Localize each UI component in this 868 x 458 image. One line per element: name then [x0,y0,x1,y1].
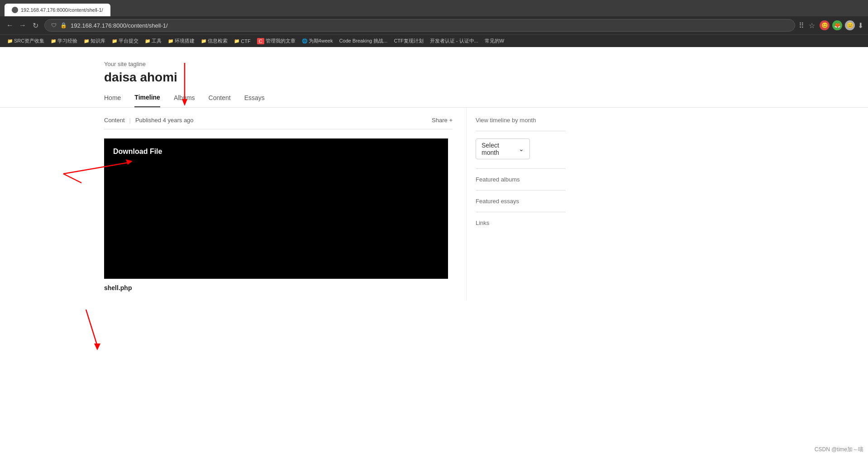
sidebar: View timeline by month Select month ⌄ Fe… [466,108,575,301]
bookmark-xuexi[interactable]: 📁 学习经验 [48,37,80,45]
bookmarks-bar: 📁 SRC资产收集 📁 学习经验 📁 知识库 📁 平台提交 📁 工具 📁 环境搭… [0,34,868,47]
address-bar: ← → ↻ 🛡 🔒 192.168.47.176:8000/content/sh… [0,16,868,34]
lock-icon: 🔒 [60,22,67,29]
bookmark-folder-icon: 📁 [51,38,56,43]
bookmark-ctf-review[interactable]: CTF复现计划 [391,37,426,45]
sidebar-divider-2 [476,168,566,169]
browser-chrome: 192.168.47.176:8000/content/shell-1/ ← →… [0,0,868,47]
main-layout: Content | Published 4 years ago Share + … [0,108,868,301]
bookmark-week[interactable]: 🌐 为期4week [299,37,336,45]
nav-buttons: ← → ↻ [5,20,41,31]
bookmark-ctf[interactable]: 📁 CTF [231,38,253,45]
bookmark-tool[interactable]: 📁 工具 [142,37,164,45]
svg-marker-6 [94,344,100,350]
bookmark-dev-cert[interactable]: 开发者认证 - 认证中... [427,37,481,45]
site-header: Your site tagline daisa ahomi Home Timel… [0,47,868,108]
bookmark-label: CTF [241,38,250,44]
chevron-down-icon: ⌄ [519,145,524,153]
nav-content[interactable]: Content [209,94,231,107]
links-label: Links [476,219,566,226]
bookmark-label: 学习经验 [57,38,77,44]
bookmark-folder-icon: 📁 [7,38,13,43]
meta-published: Published 4 years ago [135,117,194,124]
bookmark-label: 管理我的文章 [266,38,296,44]
nav-albums[interactable]: Albums [174,94,195,107]
featured-essays-label: Featured essays [476,198,566,205]
sidebar-divider-3 [476,190,566,191]
download-icon[interactable]: ⬇ [858,21,863,30]
bookmark-guanli[interactable]: C 管理我的文章 [254,37,298,45]
bookmark-huanjing[interactable]: 📁 环境搭建 [165,37,197,45]
site-nav: Home Timeline Albums Content Essays [104,94,868,107]
bookmark-label: SRC资产收集 [14,38,44,44]
bookmark-pingtai[interactable]: 📁 平台提交 [109,37,141,45]
bookmark-folder-icon: 📁 [145,38,150,43]
tab-favicon [12,7,18,13]
bookmark-label: 信息检索 [208,38,228,44]
bookmark-folder-icon: 📁 [201,38,206,43]
tab-title: 192.168.47.176:8000/content/shell-1/ [21,7,103,13]
extensions-icon[interactable]: ⠿ [799,21,804,30]
browser-icons: ⠿ ☆ 😊 🦊 😐 ⬇ [799,20,863,30]
bookmark-label: 工具 [152,38,162,44]
bookmark-zhishi[interactable]: 📁 知识库 [81,37,108,45]
bookmark-folder-icon: 📁 [234,38,239,43]
bookmark-label: 常见的W [485,38,504,44]
file-name: shell.php [104,284,453,291]
bookmark-star-icon[interactable]: ☆ [809,21,815,30]
download-file-text: Download File [113,148,162,156]
bookmark-label: 平台提交 [119,38,138,44]
profile-icon-2[interactable]: 🦊 [832,20,842,30]
bookmark-folder-icon: 📁 [112,38,117,43]
bookmark-codebreak[interactable]: Code Breaking 挑战... [336,37,390,45]
profile-icons: 😊 🦊 😐 ⬇ [820,20,863,30]
site-tagline: Your site tagline [104,61,868,67]
shield-icon: 🛡 [51,22,57,29]
file-block: Download File [104,138,448,279]
meta-content-label: Content [104,117,125,124]
url-text: 192.168.47.176:8000/content/shell-1/ [71,22,168,29]
svg-line-5 [86,310,97,346]
forward-button[interactable]: → [17,20,28,31]
site-title: daisa ahomi [104,70,868,85]
tab-bar: 192.168.47.176:8000/content/shell-1/ [0,0,868,16]
bookmark-src[interactable]: 📁 SRC资产收集 [5,37,47,45]
select-month-dropdown[interactable]: Select month ⌄ [476,138,530,159]
bookmark-label: 环境搭建 [175,38,195,44]
nav-home[interactable]: Home [104,94,121,107]
sidebar-divider-1 [476,131,566,131]
sidebar-divider-4 [476,212,566,212]
bookmark-c-icon: C [257,38,264,44]
bookmark-xinxi[interactable]: 📁 信息检索 [198,37,230,45]
bookmark-common[interactable]: 常见的W [482,37,507,45]
bookmark-folder-icon: 📁 [168,38,173,43]
content-meta: Content | Published 4 years ago Share + [104,117,453,129]
bookmark-label: CTF复现计划 [394,38,423,44]
bookmark-label: 知识库 [91,38,105,44]
page-content: Your site tagline daisa ahomi Home Timel… [0,47,868,364]
featured-albums-label: Featured albums [476,176,566,183]
share-button[interactable]: Share + [432,117,453,124]
nav-essays[interactable]: Essays [244,94,265,107]
nav-timeline[interactable]: Timeline [134,94,160,107]
profile-icon-1[interactable]: 😊 [820,20,830,30]
address-input[interactable]: 🛡 🔒 192.168.47.176:8000/content/shell-1/ [44,19,795,32]
reload-button[interactable]: ↻ [30,20,41,31]
bookmark-folder-icon: 📁 [84,38,89,43]
bookmark-label: Code Breaking 挑战... [339,38,387,44]
bookmark-label: 为期4week [309,38,333,44]
select-month-label: Select month [482,142,515,156]
bookmark-label: 开发者认证 - 认证中... [430,38,478,44]
active-tab[interactable]: 192.168.47.176:8000/content/shell-1/ [5,4,110,16]
view-timeline-label: View timeline by month [476,117,566,124]
bookmark-globe-icon: 🌐 [302,38,307,43]
meta-divider: | [129,117,131,124]
content-area: Content | Published 4 years ago Share + … [104,108,466,301]
profile-icon-3[interactable]: 😐 [845,20,855,30]
back-button[interactable]: ← [5,20,15,31]
